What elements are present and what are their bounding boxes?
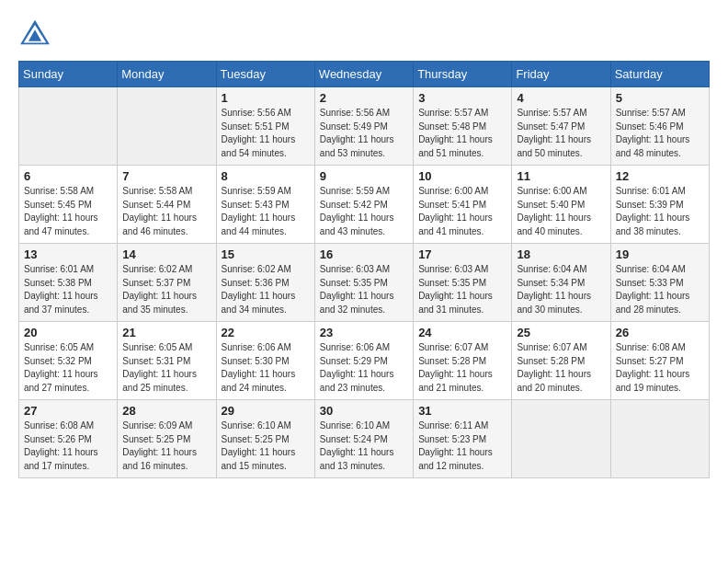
day-info: Sunrise: 6:05 AM Sunset: 5:32 PM Dayligh… — [24, 341, 112, 395]
calendar-day-cell: 12Sunrise: 6:01 AM Sunset: 5:39 PM Dayli… — [610, 166, 709, 244]
day-info: Sunrise: 6:08 AM Sunset: 5:27 PM Dayligh… — [616, 341, 704, 395]
calendar-day-cell: 2Sunrise: 5:56 AM Sunset: 5:49 PM Daylig… — [314, 87, 413, 166]
day-number: 7 — [122, 169, 210, 183]
calendar-day-cell: 10Sunrise: 6:00 AM Sunset: 5:41 PM Dayli… — [414, 166, 512, 244]
day-number: 18 — [517, 247, 605, 261]
logo-icon — [18, 18, 51, 46]
calendar-week-row: 27Sunrise: 6:08 AM Sunset: 5:26 PM Dayli… — [19, 400, 710, 478]
weekday-header: Wednesday — [314, 62, 413, 87]
calendar-day-cell: 21Sunrise: 6:05 AM Sunset: 5:31 PM Dayli… — [118, 322, 216, 400]
day-info: Sunrise: 6:01 AM Sunset: 5:39 PM Dayligh… — [616, 185, 704, 238]
day-info: Sunrise: 5:56 AM Sunset: 5:51 PM Dayligh… — [222, 107, 310, 160]
day-number: 27 — [24, 404, 112, 418]
calendar-day-cell: 11Sunrise: 6:00 AM Sunset: 5:40 PM Dayli… — [512, 166, 610, 244]
day-info: Sunrise: 6:03 AM Sunset: 5:35 PM Dayligh… — [418, 263, 506, 316]
day-number: 15 — [222, 247, 310, 261]
calendar-day-cell: 14Sunrise: 6:02 AM Sunset: 5:37 PM Dayli… — [118, 244, 216, 322]
calendar-day-cell: 25Sunrise: 6:07 AM Sunset: 5:28 PM Dayli… — [512, 322, 610, 400]
calendar-day-cell: 28Sunrise: 6:09 AM Sunset: 5:25 PM Dayli… — [118, 400, 216, 478]
day-number: 20 — [24, 326, 112, 339]
day-info: Sunrise: 5:59 AM Sunset: 5:43 PM Dayligh… — [222, 185, 310, 238]
calendar-day-cell: 16Sunrise: 6:03 AM Sunset: 5:35 PM Dayli… — [314, 244, 413, 322]
day-number: 5 — [616, 91, 704, 105]
weekday-header: Friday — [512, 62, 610, 87]
logo — [18, 18, 53, 46]
calendar-day-cell: 27Sunrise: 6:08 AM Sunset: 5:26 PM Dayli… — [19, 400, 118, 478]
day-info: Sunrise: 6:07 AM Sunset: 5:28 PM Dayligh… — [517, 341, 605, 395]
day-info: Sunrise: 6:04 AM Sunset: 5:33 PM Dayligh… — [616, 263, 704, 316]
day-info: Sunrise: 5:58 AM Sunset: 5:44 PM Dayligh… — [122, 185, 210, 238]
day-number: 14 — [122, 247, 210, 261]
day-number: 4 — [517, 91, 605, 105]
day-info: Sunrise: 5:57 AM Sunset: 5:47 PM Dayligh… — [517, 107, 605, 160]
day-info: Sunrise: 5:58 AM Sunset: 5:45 PM Dayligh… — [24, 185, 112, 238]
weekday-header-row: SundayMondayTuesdayWednesdayThursdayFrid… — [19, 62, 710, 87]
day-number: 9 — [320, 169, 408, 183]
day-info: Sunrise: 6:10 AM Sunset: 5:24 PM Dayligh… — [320, 419, 408, 473]
calendar-day-cell: 22Sunrise: 6:06 AM Sunset: 5:30 PM Dayli… — [216, 322, 314, 400]
day-number: 25 — [517, 326, 605, 339]
day-number: 29 — [222, 404, 310, 418]
page-header — [18, 18, 710, 46]
calendar-day-cell: 31Sunrise: 6:11 AM Sunset: 5:23 PM Dayli… — [414, 400, 512, 478]
day-info: Sunrise: 6:06 AM Sunset: 5:30 PM Dayligh… — [222, 341, 310, 395]
day-info: Sunrise: 6:11 AM Sunset: 5:23 PM Dayligh… — [418, 419, 506, 473]
calendar-day-cell: 24Sunrise: 6:07 AM Sunset: 5:28 PM Dayli… — [414, 322, 512, 400]
day-number: 19 — [616, 247, 704, 261]
weekday-header: Sunday — [19, 62, 118, 87]
calendar-day-cell: 19Sunrise: 6:04 AM Sunset: 5:33 PM Dayli… — [610, 244, 709, 322]
day-info: Sunrise: 5:56 AM Sunset: 5:49 PM Dayligh… — [320, 107, 408, 160]
calendar-day-cell: 8Sunrise: 5:59 AM Sunset: 5:43 PM Daylig… — [216, 166, 314, 244]
weekday-header: Thursday — [414, 62, 512, 87]
day-number: 21 — [122, 326, 210, 339]
day-number: 2 — [320, 91, 408, 105]
day-info: Sunrise: 6:10 AM Sunset: 5:25 PM Dayligh… — [222, 419, 310, 473]
day-info: Sunrise: 6:03 AM Sunset: 5:35 PM Dayligh… — [320, 263, 408, 316]
day-info: Sunrise: 6:05 AM Sunset: 5:31 PM Dayligh… — [122, 341, 210, 395]
day-info: Sunrise: 5:59 AM Sunset: 5:42 PM Dayligh… — [320, 185, 408, 238]
day-info: Sunrise: 6:06 AM Sunset: 5:29 PM Dayligh… — [320, 341, 408, 395]
day-info: Sunrise: 6:00 AM Sunset: 5:40 PM Dayligh… — [517, 185, 605, 238]
day-number: 22 — [222, 326, 310, 339]
day-info: Sunrise: 5:57 AM Sunset: 5:48 PM Dayligh… — [418, 107, 506, 160]
calendar-day-cell — [19, 87, 118, 166]
day-number: 12 — [616, 169, 704, 183]
day-number: 13 — [24, 247, 112, 261]
day-number: 26 — [616, 326, 704, 339]
calendar-day-cell: 4Sunrise: 5:57 AM Sunset: 5:47 PM Daylig… — [512, 87, 610, 166]
calendar-day-cell: 6Sunrise: 5:58 AM Sunset: 5:45 PM Daylig… — [19, 166, 118, 244]
day-number: 23 — [320, 326, 408, 339]
calendar-week-row: 13Sunrise: 6:01 AM Sunset: 5:38 PM Dayli… — [19, 244, 710, 322]
calendar-day-cell: 3Sunrise: 5:57 AM Sunset: 5:48 PM Daylig… — [414, 87, 512, 166]
calendar-week-row: 1Sunrise: 5:56 AM Sunset: 5:51 PM Daylig… — [19, 87, 710, 166]
day-info: Sunrise: 6:07 AM Sunset: 5:28 PM Dayligh… — [418, 341, 506, 395]
calendar-day-cell: 17Sunrise: 6:03 AM Sunset: 5:35 PM Dayli… — [414, 244, 512, 322]
calendar-table: SundayMondayTuesdayWednesdayThursdayFrid… — [18, 61, 710, 478]
day-info: Sunrise: 6:00 AM Sunset: 5:41 PM Dayligh… — [418, 185, 506, 238]
day-number: 6 — [24, 169, 112, 183]
calendar-week-row: 6Sunrise: 5:58 AM Sunset: 5:45 PM Daylig… — [19, 166, 710, 244]
day-info: Sunrise: 6:08 AM Sunset: 5:26 PM Dayligh… — [24, 419, 112, 473]
calendar-day-cell: 1Sunrise: 5:56 AM Sunset: 5:51 PM Daylig… — [216, 87, 314, 166]
calendar-day-cell: 29Sunrise: 6:10 AM Sunset: 5:25 PM Dayli… — [216, 400, 314, 478]
day-number: 30 — [320, 404, 408, 418]
calendar-day-cell — [118, 87, 216, 166]
calendar-day-cell: 20Sunrise: 6:05 AM Sunset: 5:32 PM Dayli… — [19, 322, 118, 400]
calendar-day-cell: 13Sunrise: 6:01 AM Sunset: 5:38 PM Dayli… — [19, 244, 118, 322]
day-info: Sunrise: 6:01 AM Sunset: 5:38 PM Dayligh… — [24, 263, 112, 316]
day-info: Sunrise: 6:02 AM Sunset: 5:36 PM Dayligh… — [222, 263, 310, 316]
day-number: 31 — [418, 404, 506, 418]
day-number: 8 — [222, 169, 310, 183]
day-number: 1 — [222, 91, 310, 105]
calendar-day-cell: 23Sunrise: 6:06 AM Sunset: 5:29 PM Dayli… — [314, 322, 413, 400]
calendar-day-cell: 9Sunrise: 5:59 AM Sunset: 5:42 PM Daylig… — [314, 166, 413, 244]
weekday-header: Saturday — [610, 62, 709, 87]
calendar-day-cell: 15Sunrise: 6:02 AM Sunset: 5:36 PM Dayli… — [216, 244, 314, 322]
calendar-day-cell: 26Sunrise: 6:08 AM Sunset: 5:27 PM Dayli… — [610, 322, 709, 400]
day-info: Sunrise: 6:09 AM Sunset: 5:25 PM Dayligh… — [122, 419, 210, 473]
calendar-week-row: 20Sunrise: 6:05 AM Sunset: 5:32 PM Dayli… — [19, 322, 710, 400]
day-number: 16 — [320, 247, 408, 261]
day-info: Sunrise: 6:04 AM Sunset: 5:34 PM Dayligh… — [517, 263, 605, 316]
calendar-day-cell: 5Sunrise: 5:57 AM Sunset: 5:46 PM Daylig… — [610, 87, 709, 166]
calendar-day-cell: 18Sunrise: 6:04 AM Sunset: 5:34 PM Dayli… — [512, 244, 610, 322]
